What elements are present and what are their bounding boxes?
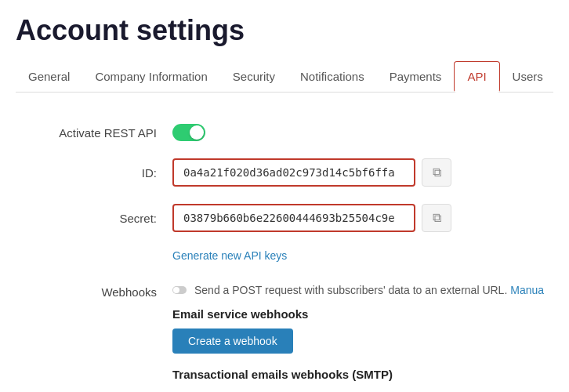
webhooks-section: Webhooks Send a POST request with subscr…: [16, 284, 553, 381]
tab-general[interactable]: General: [16, 62, 82, 93]
api-content: Activate REST API ID: ⧉ Secret:: [16, 116, 553, 381]
id-field-wrap: ⧉: [172, 158, 451, 187]
page-container: Account settings General Company Informa…: [0, 0, 569, 392]
secret-input[interactable]: [172, 204, 415, 232]
webhooks-desc-text: Send a POST request with subscribers' da…: [194, 284, 507, 296]
secret-field-wrap: ⧉: [172, 204, 451, 232]
webhooks-description: Send a POST request with subscribers' da…: [172, 284, 553, 296]
tab-users[interactable]: Users: [500, 62, 556, 93]
id-label: ID:: [16, 166, 172, 180]
id-input[interactable]: [172, 158, 415, 187]
activate-toggle[interactable]: [172, 124, 205, 141]
create-webhook-button[interactable]: Create a webhook: [172, 328, 293, 354]
toggle-field: [172, 124, 205, 141]
generate-link[interactable]: Generate new API keys: [172, 249, 553, 262]
page-title: Account settings: [16, 14, 553, 47]
webhooks-content: Send a POST request with subscribers' da…: [172, 284, 553, 381]
tab-payments[interactable]: Payments: [377, 62, 455, 93]
copy-icon: ⧉: [433, 165, 441, 180]
webhooks-label: Webhooks: [16, 284, 172, 299]
tab-notifications[interactable]: Notifications: [288, 62, 377, 93]
tab-api[interactable]: API: [454, 61, 499, 93]
id-row: ID: ⧉: [16, 158, 553, 187]
transactional-title: Transactional emails webhooks (SMTP): [172, 368, 553, 381]
id-copy-button[interactable]: ⧉: [422, 158, 451, 187]
tab-security[interactable]: Security: [220, 62, 288, 93]
tab-company-information[interactable]: Company Information: [82, 62, 219, 93]
activate-label: Activate REST API: [16, 126, 172, 140]
activate-api-row: Activate REST API: [16, 124, 553, 141]
manual-link[interactable]: Manua: [510, 284, 544, 296]
secret-copy-button[interactable]: ⧉: [422, 204, 451, 232]
tab-nav: General Company Information Security Not…: [16, 61, 553, 93]
secret-row: Secret: ⧉: [16, 204, 553, 232]
secret-label: Secret:: [16, 212, 172, 225]
copy-icon-2: ⧉: [433, 211, 441, 225]
webhooks-row: Webhooks Send a POST request with subscr…: [16, 284, 553, 381]
webhooks-toggle[interactable]: [172, 286, 187, 294]
email-webhooks-title: Email service webhooks: [172, 307, 553, 321]
